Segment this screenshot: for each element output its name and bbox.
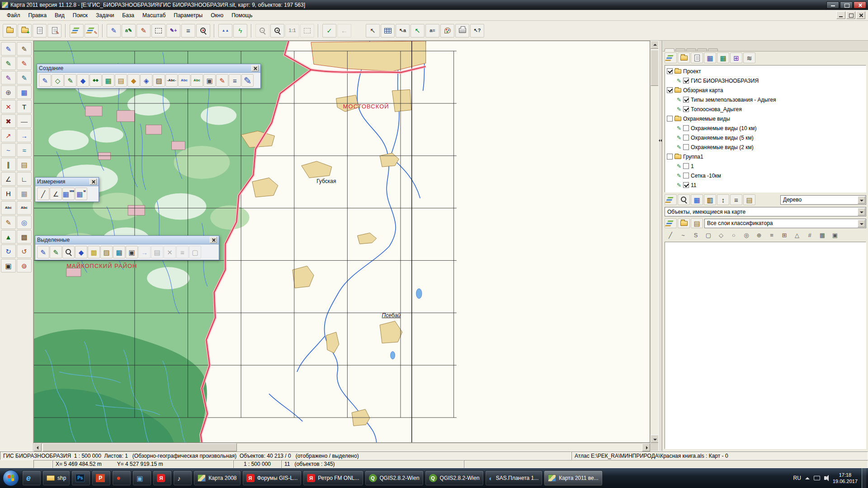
vertical-scrollbar[interactable] [650, 41, 658, 443]
zoom-in-button[interactable]: + [270, 24, 284, 38]
create-group-button[interactable]: ◈ [140, 74, 152, 87]
scale-display[interactable]: 1 : 500 000 [233, 460, 281, 468]
create-polygon-button[interactable]: ◆ [77, 74, 89, 87]
selected-grid-button[interactable]: ▦ [113, 246, 125, 258]
class-stack-button[interactable] [665, 218, 677, 228]
prim-circle-button[interactable]: ◎ [741, 230, 752, 240]
taskbar-retro-fm[interactable]: Я Ретро FM ONL... [303, 470, 363, 486]
cut-object-button[interactable]: ✖ [1, 114, 16, 128]
delete-object-button[interactable]: ✕ [1, 100, 16, 113]
menu-item[interactable]: База [118, 11, 138, 20]
map-passport-button[interactable] [47, 24, 61, 38]
class-folder-button[interactable] [678, 218, 690, 228]
taskbar-powerpoint[interactable]: P [92, 470, 111, 486]
selected-export-button[interactable]: → [138, 246, 151, 258]
scale-1-1-button[interactable]: 1:1 [285, 24, 299, 38]
layer-species-10[interactable]: ✎ Охраняемые виды (10 км) [665, 123, 866, 133]
red-line-button[interactable]: ↗ [1, 129, 16, 142]
window-title-bar[interactable]: Измерения [35, 178, 99, 186]
grid-dash-button[interactable]: ▦ [17, 187, 32, 200]
scroll-down-icon[interactable] [651, 435, 659, 443]
panel-folder-button[interactable] [678, 52, 690, 63]
tab-rastry[interactable] [686, 48, 696, 51]
create-map-button[interactable] [33, 24, 47, 38]
tree-search-button[interactable] [678, 194, 690, 205]
menu-item[interactable]: Файл [3, 11, 24, 20]
maximize-button[interactable] [840, 1, 853, 9]
menu-item[interactable]: Задачи [92, 11, 118, 20]
layer-checkbox[interactable] [683, 173, 689, 178]
palette-button[interactable] [440, 24, 454, 38]
menu-item[interactable]: Параметры [170, 11, 207, 20]
tree-monitor-button[interactable]: ▥ [704, 194, 716, 205]
chevron-down-icon[interactable] [858, 208, 865, 216]
edit-add-button[interactable]: ✎+ [166, 24, 180, 38]
layer-1[interactable]: ✎ 1 [665, 161, 866, 171]
tree-map-button[interactable]: ▦ [691, 194, 703, 205]
chevron-down-icon[interactable] [858, 220, 865, 227]
layer-checkbox[interactable] [683, 78, 689, 84]
mdi-restore-button[interactable] [846, 11, 855, 19]
create-square-button[interactable]: ▦ [102, 74, 114, 87]
measure-grid-mm-button[interactable]: ▦мм [62, 188, 75, 200]
create-point-button[interactable]: ◇ [52, 74, 64, 87]
layer-species-5[interactable]: ✎ Охраняемые виды (5 км) [665, 133, 866, 142]
close-icon[interactable] [90, 178, 97, 185]
prim-copy-button[interactable]: ▣ [829, 230, 841, 240]
table-view-button[interactable] [381, 24, 395, 38]
close-icon[interactable] [251, 65, 259, 71]
selected-layers-button[interactable]: ▤ [151, 246, 163, 258]
create-list-button[interactable]: ≡ [229, 74, 241, 87]
layer-11[interactable]: ✎ 11 [665, 180, 866, 190]
relief-button[interactable]: ▲▲ [218, 24, 232, 38]
close-button[interactable] [854, 1, 866, 9]
clock[interactable]: 17:18 19.06.2017 [833, 472, 858, 485]
prim-ellipse-button[interactable]: ○ [728, 230, 740, 240]
layer-checkbox[interactable] [667, 116, 673, 122]
selected-save-button[interactable]: ▢ [189, 246, 201, 258]
volume-tray-icon[interactable] [824, 476, 826, 480]
prim-list-button[interactable]: ≡ [766, 230, 778, 240]
create-accept-button[interactable]: ✎ [39, 74, 51, 87]
menu-item[interactable]: Помощь [227, 11, 256, 20]
minimize-button[interactable] [826, 1, 839, 9]
prim-table-button[interactable]: ▦ [816, 230, 828, 240]
search-cancel-button[interactable]: ✕ [196, 24, 210, 38]
layer-species[interactable]: ✎ Охраняемые виды [665, 114, 866, 123]
edit-object-button[interactable]: ✎ [137, 24, 151, 38]
taskbar-forum-gis[interactable]: Я Форумы GIS-L... [242, 470, 302, 486]
panel-map-button[interactable]: ▦ [704, 52, 716, 63]
edit-red-button[interactable]: ✎ [17, 56, 32, 70]
prim-grid-button[interactable]: ⊞ [778, 230, 790, 240]
mdi-close-button[interactable] [856, 11, 865, 19]
edit-spline-button[interactable]: ✎ [1, 56, 16, 70]
rotate-ccw-button[interactable]: ↺ [17, 244, 32, 258]
layers-list-button[interactable] [70, 24, 84, 38]
layer-project[interactable]: ✎ Проект [665, 66, 866, 76]
taskbar-note[interactable]: ♪ [173, 470, 192, 486]
panel-new-button[interactable] [691, 52, 703, 63]
taskbar-qgis-1[interactable]: Q QGIS2.8.2-Wien [365, 470, 424, 486]
h-tool-button[interactable]: H [1, 187, 16, 200]
layer-checkbox[interactable] [683, 135, 689, 141]
objects-list-area[interactable] [665, 242, 866, 449]
scroll-up-icon[interactable] [651, 41, 659, 49]
measure-tool-button[interactable]: ∠ [1, 172, 16, 186]
hidden-icons-icon[interactable] [805, 475, 810, 479]
taskbar-karta2011[interactable]: Карта 2011 ве... [544, 470, 603, 486]
abc-text2-button[interactable]: Abc [17, 201, 32, 215]
layer-checkbox[interactable] [683, 106, 689, 112]
menu-item[interactable]: Окно [207, 11, 227, 20]
copy-object-button[interactable]: ▣ [203, 74, 216, 87]
layers-filter-combo[interactable]: Все слои классификатора [704, 219, 866, 228]
window-title-bar[interactable]: Выделенные [35, 236, 219, 244]
layer-checkbox[interactable] [683, 97, 689, 103]
abc-text-button[interactable]: Abc [1, 201, 16, 215]
edit-pencil2-button[interactable]: ✎ [17, 42, 32, 56]
scroll-right-icon[interactable] [642, 443, 650, 451]
tree-mode-combo[interactable]: Дерево [780, 195, 866, 205]
text-curve-button[interactable]: Abc [178, 74, 190, 87]
create-hatch-button[interactable]: ▨ [153, 74, 165, 87]
show-desktop-button[interactable] [862, 468, 866, 488]
create-free-button[interactable]: ✎ [241, 74, 254, 87]
